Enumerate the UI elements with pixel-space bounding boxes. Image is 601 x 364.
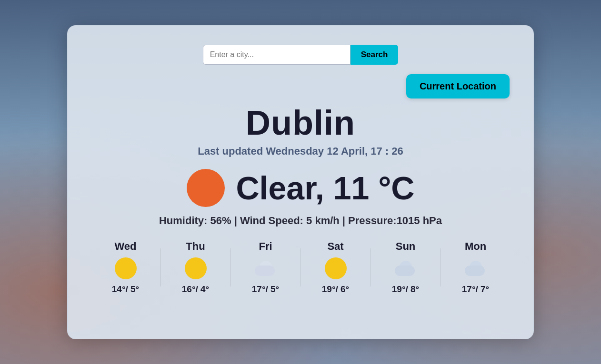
- forecast-day-thu: Thu 16°/ 4°: [172, 240, 220, 295]
- forecast-day-label: Thu: [186, 240, 205, 253]
- search-row: Search: [91, 45, 510, 65]
- forecast-temps-sun: 19°/ 8°: [392, 284, 419, 295]
- forecast-temps-thu: 16°/ 4°: [182, 284, 209, 295]
- forecast-temps-fri: 17°/ 5°: [252, 284, 279, 295]
- divider: [300, 248, 301, 286]
- weather-main: Clear, 11 °C: [91, 169, 510, 207]
- forecast-day-label: Wed: [114, 240, 136, 253]
- forecast-day-label: Mon: [465, 240, 486, 253]
- forecast-icon-sun: [394, 256, 418, 280]
- current-weather-icon: [187, 169, 225, 207]
- divider: [160, 248, 161, 286]
- app-container: Search Current Location Dublin Last upda…: [67, 25, 534, 339]
- forecast-row: Wed 14°/ 5° Thu 16°/ 4° Fri: [91, 240, 510, 295]
- forecast-day-sat: Sat 19°/ 6°: [312, 240, 360, 295]
- city-name: Dublin: [91, 103, 510, 142]
- forecast-day-wed: Wed 14°/ 5°: [102, 240, 150, 295]
- forecast-icon-thu: [184, 256, 208, 280]
- current-location-row: Current Location: [91, 74, 510, 98]
- forecast-day-label: Sat: [327, 240, 343, 253]
- forecast-temps-wed: 14°/ 5°: [112, 284, 139, 295]
- weather-stats: Humidity: 56% | Wind Speed: 5 km/h | Pre…: [91, 215, 510, 227]
- forecast-day-mon: Mon 17°/ 7°: [452, 240, 500, 295]
- forecast-day-fri: Fri 17°/ 5°: [242, 240, 290, 295]
- divider: [230, 248, 231, 286]
- forecast-icon-mon: [464, 256, 488, 280]
- forecast-icon-wed: [114, 256, 138, 280]
- search-input[interactable]: [203, 45, 351, 65]
- search-button[interactable]: Search: [351, 45, 399, 65]
- forecast-icon-fri: [254, 256, 278, 280]
- last-updated: Last updated Wednesday 12 April, 17 : 26: [91, 145, 510, 157]
- forecast-day-label: Sun: [396, 240, 416, 253]
- forecast-day-sun: Sun 19°/ 8°: [382, 240, 430, 295]
- divider: [371, 248, 371, 286]
- current-location-button[interactable]: Current Location: [406, 74, 510, 98]
- weather-description: Clear, 11 °C: [236, 169, 415, 207]
- divider: [441, 248, 441, 286]
- forecast-temps-mon: 17°/ 7°: [462, 284, 489, 295]
- forecast-icon-sat: [324, 256, 348, 280]
- forecast-temps-sat: 19°/ 6°: [322, 284, 349, 295]
- forecast-day-label: Fri: [259, 240, 272, 253]
